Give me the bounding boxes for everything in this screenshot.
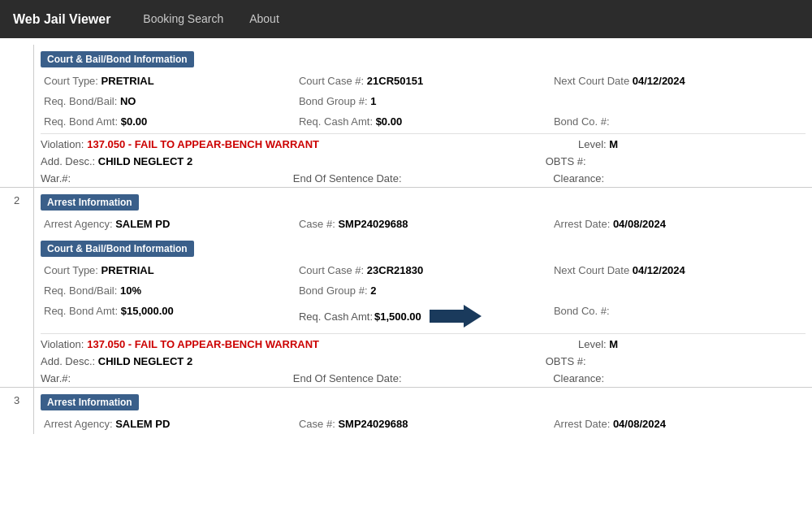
bond-co-label-2: Bond Co. #:: [554, 305, 610, 317]
req-bond-amt-label: Req. Bond Amt:: [44, 115, 118, 128]
req-cash-cell: Req. Cash Amt: $0.00: [296, 113, 551, 130]
req-bond-amt-cell: Req. Bond Amt: $0.00: [41, 113, 296, 130]
court-bail-section-1: Court & Bail/Bond Information Court Type…: [34, 45, 812, 187]
violation-row-2: Violation: 137.050 - FAIL TO APPEAR-BENC…: [34, 336, 812, 353]
booking-search-link[interactable]: Booking Search: [130, 0, 236, 38]
next-court-label-2: Next Court Date: [554, 264, 629, 276]
bond-group-value: 1: [370, 95, 376, 107]
arrest-header-1: Arrest Information: [41, 194, 139, 211]
obts-label-1: OBTS #:: [546, 155, 586, 167]
empty-cell-1: [551, 93, 806, 110]
arrest-agency-value-1: SALEM PD: [115, 218, 170, 230]
bond-co-cell: Bond Co. #:: [551, 113, 806, 130]
arrest-case-cell-1: Case #: SMP24029688: [296, 215, 551, 232]
next-court-cell: Next Court Date 04/12/2024: [551, 72, 806, 89]
row-number-2: 2: [0, 188, 34, 387]
row-num-3: 3: [14, 394, 19, 406]
court-type-cell-2: Court Type: PRETRIAL: [41, 262, 296, 279]
court-info-row2: Req. Bond/Bail: NO Bond Group #: 1: [34, 91, 812, 111]
add-desc-value-2: CHILD NEGLECT 2: [98, 355, 192, 367]
violation-row-1: Violation: 137.050 - FAIL TO APPEAR-BENC…: [34, 136, 812, 153]
arrest-date-cell-2: Arrest Date: 04/08/2024: [551, 415, 806, 432]
clearance-label-1: Clearance:: [553, 172, 604, 185]
req-cash-value: $0.00: [376, 115, 403, 128]
court-type-cell: Court Type: PRETRIAL: [41, 72, 296, 89]
charge-content-3: Arrest Information Arrest Agency: SALEM …: [34, 388, 812, 434]
arrest-date-label-2: Arrest Date:: [554, 418, 610, 430]
war-label-1: War.#:: [41, 172, 71, 185]
arrest-agency-cell-1: Arrest Agency: SALEM PD: [41, 215, 296, 232]
clearance-cell-1: Clearance:: [553, 172, 806, 185]
court-case-label: Court Case #:: [299, 75, 364, 87]
about-link[interactable]: About: [236, 0, 292, 38]
empty-cell-2: [551, 282, 806, 299]
arrest-header-2: Arrest Information: [41, 394, 139, 410]
req-bond-cell-2: Req. Bond/Bail: 10%: [41, 282, 296, 299]
main-content: Court & Bail/Bond Information Court Type…: [0, 38, 812, 441]
court-type-label-2: Court Type:: [44, 264, 98, 276]
obts-cell-1: OBTS #:: [546, 155, 806, 167]
charge-block-3: 3 Arrest Information Arrest Agency: SALE…: [0, 388, 812, 434]
arrest-agency-cell-2: Arrest Agency: SALEM PD: [41, 415, 296, 432]
level-cell-1: Level: M: [578, 138, 806, 150]
court-bail-section-2: Court & Bail/Bond Information Court Type…: [34, 234, 812, 387]
add-desc-left-1: Add. Desc.: CHILD NEGLECT 2: [41, 155, 546, 167]
court-type-label: Court Type:: [44, 75, 98, 87]
req-bond-value: NO: [120, 95, 136, 107]
next-court-label: Next Court Date: [554, 75, 629, 87]
clearance-cell-2: Clearance:: [553, 372, 806, 384]
add-desc-left-2: Add. Desc.: CHILD NEGLECT 2: [41, 355, 546, 367]
req-bond-label: Req. Bond/Bail:: [44, 95, 117, 107]
arrest-agency-value-2: SALEM PD: [115, 418, 170, 430]
court-info2-row3: Req. Bond Amt: $15,000.00 Req. Cash Amt:…: [34, 301, 812, 332]
req-cash-label: Req. Cash Amt:: [299, 115, 373, 128]
req-bond-amt-label-2: Req. Bond Amt:: [44, 305, 118, 317]
violation-text-2: 137.050 - FAIL TO APPEAR-BENCH WARRANT: [87, 338, 319, 350]
charge-content-1: Court & Bail/Bond Information Court Type…: [34, 45, 812, 187]
obts-cell-2: OBTS #:: [546, 355, 806, 367]
charge-block-2: 2 Arrest Information Arrest Agency: SALE…: [0, 188, 812, 388]
clearance-label-2: Clearance:: [553, 372, 604, 384]
req-cash-cell-2: Req. Cash Amt: $1,500.00: [296, 302, 551, 330]
court-case-cell-2: Court Case #: 23CR21830: [296, 262, 551, 279]
req-bond-amt-value: $0.00: [121, 115, 148, 128]
court-bail-header-1: Court & Bail/Bond Information: [41, 51, 194, 67]
bond-group-value-2: 2: [370, 284, 376, 297]
arrest-info-row-1: Arrest Agency: SALEM PD Case #: SMP24029…: [34, 214, 812, 234]
add-desc-row-1: Add. Desc.: CHILD NEGLECT 2 OBTS #:: [34, 153, 812, 170]
bond-group-label-2: Bond Group #:: [299, 284, 368, 297]
arrest-info-row-2: Arrest Agency: SALEM PD Case #: SMP24029…: [34, 414, 812, 434]
row-number-empty: [0, 45, 34, 187]
court-type-value: PRETRIAL: [102, 75, 154, 87]
arrest-case-value-2: SMP24029688: [338, 418, 408, 430]
level-label-1: Level:: [578, 138, 607, 150]
eos-cell-1: End Of Sentence Date:: [293, 172, 553, 185]
war-label-2: War.#:: [41, 372, 71, 384]
req-bond-cell: Req. Bond/Bail: NO: [41, 93, 296, 110]
court-case-value: 21CR50151: [367, 75, 423, 87]
bond-co-cell-2: Bond Co. #:: [551, 302, 806, 330]
court-case-label-2: Court Case #:: [299, 264, 364, 276]
arrest-agency-label-1: Arrest Agency:: [44, 218, 113, 230]
arrest-agency-label-2: Arrest Agency:: [44, 418, 113, 430]
war-cell-2: War.#:: [41, 372, 293, 384]
bond-co-label: Bond Co. #:: [554, 115, 610, 128]
court-type-value-2: PRETRIAL: [102, 264, 154, 276]
req-bond-value-2: 10%: [120, 284, 141, 297]
court-info2-row1: Court Type: PRETRIAL Court Case #: 23CR2…: [34, 260, 812, 280]
violation-text-1: 137.050 - FAIL TO APPEAR-BENCH WARRANT: [87, 138, 319, 150]
level-cell-2: Level: M: [578, 338, 806, 350]
level-value-1: M: [609, 138, 618, 150]
court-info2-row2: Req. Bond/Bail: 10% Bond Group #: 2: [34, 280, 812, 301]
court-case-cell: Court Case #: 21CR50151: [296, 72, 551, 89]
arrest-case-cell-2: Case #: SMP24029688: [296, 415, 551, 432]
navbar: Web Jail Viewer Booking Search About: [0, 0, 812, 38]
arrest-section-1: Arrest Information Arrest Agency: SALEM …: [34, 188, 812, 234]
arrest-date-value-2: 04/08/2024: [613, 418, 666, 430]
war-cell-1: War.#:: [41, 172, 293, 185]
bond-group-label: Bond Group #:: [299, 95, 368, 107]
court-info-row3: Req. Bond Amt: $0.00 Req. Cash Amt: $0.0…: [34, 111, 812, 132]
arrest-date-label-1: Arrest Date:: [554, 218, 610, 230]
add-desc-row-2: Add. Desc.: CHILD NEGLECT 2 OBTS #:: [34, 353, 812, 370]
eos-label-2: End Of Sentence Date:: [293, 372, 402, 384]
